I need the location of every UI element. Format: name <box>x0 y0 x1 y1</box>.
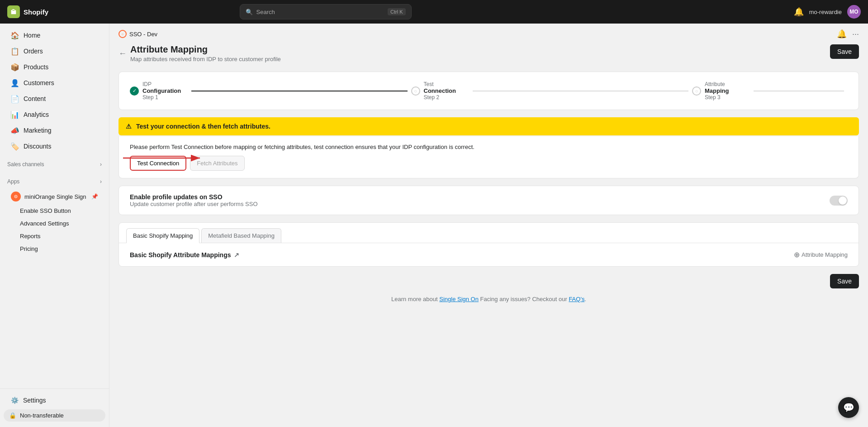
sidebar-item-label: Products <box>24 63 48 71</box>
mapping-tabs: Basic Shopify Mapping Metafield Based Ma… <box>119 223 859 243</box>
add-mapping-label: Attribute Mapping <box>802 251 848 258</box>
sidebar-item-label: Customers <box>24 79 54 86</box>
apps-label: Apps <box>7 178 19 185</box>
warning-text: Test your connection & then fetch attrib… <box>136 123 270 130</box>
profile-update-title: Enable profile updates on SSO <box>130 193 258 201</box>
back-button[interactable]: ← <box>119 49 127 58</box>
step-1-label: Configuration <box>142 87 188 94</box>
app-icon <box>11 192 21 202</box>
mapping-title: Basic Shopify Attribute Mappings ↗ <box>130 251 239 259</box>
svg-point-1 <box>15 196 16 197</box>
sidebar-nav: 🏠 Home 📋 Orders 📦 Products 👤 Customers 📄… <box>0 24 109 389</box>
sidebar-item-customers[interactable]: 👤 Customers <box>4 75 105 91</box>
plus-circle-icon: ⊕ <box>794 250 800 259</box>
single-sign-on-link[interactable]: Single Sign On <box>439 296 479 302</box>
test-conn-card: Please perform Test Connection before ma… <box>119 136 859 178</box>
sidebar-sub-label: Enable SSO Button <box>20 207 71 214</box>
external-link-icon[interactable]: ↗ <box>234 251 239 259</box>
non-transferable-label: Non-transferable <box>20 412 64 419</box>
step-2-info: Test Connection Step 2 <box>424 81 469 101</box>
steps-row: ✓ IDP Configuration Step 1 ○ Test Connec… <box>130 81 848 101</box>
test-conn-wrapper: Please perform Test Connection before ma… <box>109 136 868 178</box>
sidebar-item-products[interactable]: 📦 Products <box>4 59 105 75</box>
step-1: ✓ IDP Configuration Step 1 <box>130 81 411 101</box>
sidebar-item-home[interactable]: 🏠 Home <box>4 28 105 43</box>
apps-app-row[interactable]: miniOrange Single Sign 📌 <box>4 189 105 204</box>
header-bell-button[interactable]: 🔔 <box>837 29 847 39</box>
home-icon: 🏠 <box>11 31 19 39</box>
non-transferable-badge[interactable]: 🔒 Non-transferable <box>4 409 105 422</box>
search-placeholder: Search <box>256 9 275 15</box>
sidebar-sub-enable-sso[interactable]: Enable SSO Button <box>4 205 105 217</box>
search-bar[interactable]: 🔍 Search Ctrl K <box>240 4 412 19</box>
step-1-info: IDP Configuration Step 1 <box>142 81 188 101</box>
toggle-knob <box>839 197 847 205</box>
sidebar-sub-label: Reports <box>20 233 41 240</box>
page-title-block: ← Attribute Mapping Map attributes recei… <box>119 44 281 62</box>
apps-header: Apps › <box>0 175 109 188</box>
sales-channels-header: Sales channels › <box>0 158 109 171</box>
step-2-label: Connection <box>424 87 469 94</box>
learn-more-prefix: Learn more about <box>391 296 439 302</box>
step-2-line <box>473 91 689 91</box>
topbar-bell-icon[interactable]: 🔔 <box>794 7 804 17</box>
test-connection-button[interactable]: Test Connection <box>130 156 186 171</box>
step-3-line <box>754 91 844 91</box>
sidebar-sub-reports[interactable]: Reports <box>4 230 105 242</box>
learn-more-mid: Facing any issues? Checkout our <box>479 296 569 302</box>
mapping-title-text: Basic Shopify Attribute Mappings <box>130 251 231 259</box>
sidebar-sub-label: Pricing <box>20 245 38 252</box>
shopify-logo[interactable]: Shopify <box>7 5 48 18</box>
sidebar-item-analytics[interactable]: 📊 Analytics <box>4 107 105 122</box>
step-3-info: Attribute Mapping Step 3 <box>705 81 750 101</box>
sidebar-sub-pricing[interactable]: Pricing <box>4 243 105 255</box>
faqs-link[interactable]: FAQ's <box>569 296 584 302</box>
topbar: Shopify 🔍 Search Ctrl K 🔔 mo-rewardie MO <box>0 0 868 24</box>
sidebar-item-label: Marketing <box>24 127 51 134</box>
header-more-button[interactable]: ··· <box>852 29 859 39</box>
profile-update-toggle[interactable] <box>830 196 848 206</box>
save-button-bottom[interactable]: Save <box>830 274 859 288</box>
app-name: miniOrange Single Sign <box>24 193 86 200</box>
topbar-avatar[interactable]: MO <box>847 5 861 19</box>
sso-dev-label: ○ SSO - Dev <box>119 30 157 38</box>
tab-basic-shopify[interactable]: Basic Shopify Mapping <box>126 228 199 243</box>
learn-more-suffix: . <box>584 296 586 302</box>
step-2-name: Test <box>424 81 469 87</box>
chat-bubble-button[interactable]: 💬 <box>838 397 859 418</box>
sidebar-item-settings[interactable]: ⚙️ Settings <box>4 393 105 408</box>
steps-card: ✓ IDP Configuration Step 1 ○ Test Connec… <box>119 72 859 110</box>
settings-icon: ⚙️ <box>11 397 19 404</box>
step-1-num: Step 1 <box>142 94 188 101</box>
add-mapping-button[interactable]: ⊕ Attribute Mapping <box>794 250 848 259</box>
app-layout: 🏠 Home 📋 Orders 📦 Products 👤 Customers 📄… <box>0 24 868 427</box>
sidebar-item-discounts[interactable]: 🏷️ Discounts <box>4 139 105 154</box>
sidebar-item-marketing[interactable]: 📣 Marketing <box>4 123 105 138</box>
sidebar-item-orders[interactable]: 📋 Orders <box>4 43 105 59</box>
step-3-circle-icon: ○ <box>692 86 701 96</box>
sidebar-sub-advanced-settings[interactable]: Advanced Settings <box>4 217 105 230</box>
topbar-username: mo-rewardie <box>809 9 842 15</box>
page-header: ○ SSO - Dev 🔔 ··· <box>109 24 868 44</box>
step-1-line <box>191 91 408 91</box>
sidebar-item-label: Content <box>24 95 46 102</box>
content-icon: 📄 <box>11 95 19 103</box>
page-subtitle: Map attributes received from IDP to stor… <box>130 56 281 62</box>
step-1-name: IDP <box>142 81 188 87</box>
sidebar-sub-label: Advanced Settings <box>20 220 69 227</box>
save-button-top[interactable]: Save <box>830 44 859 59</box>
step-2: ○ Test Connection Step 2 <box>411 81 693 101</box>
warning-icon: ⚠ <box>126 123 132 130</box>
shopify-text: Shopify <box>24 8 48 16</box>
sidebar-item-content[interactable]: 📄 Content <box>4 91 105 106</box>
sidebar: 🏠 Home 📋 Orders 📦 Products 👤 Customers 📄… <box>0 24 109 427</box>
apps-expand-icon[interactable]: › <box>100 178 102 185</box>
discounts-icon: 🏷️ <box>11 142 19 150</box>
sso-dev-text: SSO - Dev <box>129 31 157 38</box>
sales-channels-expand-icon[interactable]: › <box>100 161 102 168</box>
topbar-right: 🔔 mo-rewardie MO <box>794 5 861 19</box>
sales-channels-label: Sales channels <box>7 161 44 168</box>
tab-metafield[interactable]: Metafield Based Mapping <box>201 228 281 243</box>
mapping-card: Basic Shopify Mapping Metafield Based Ma… <box>119 222 859 267</box>
step-3-name: Attribute <box>705 81 750 87</box>
